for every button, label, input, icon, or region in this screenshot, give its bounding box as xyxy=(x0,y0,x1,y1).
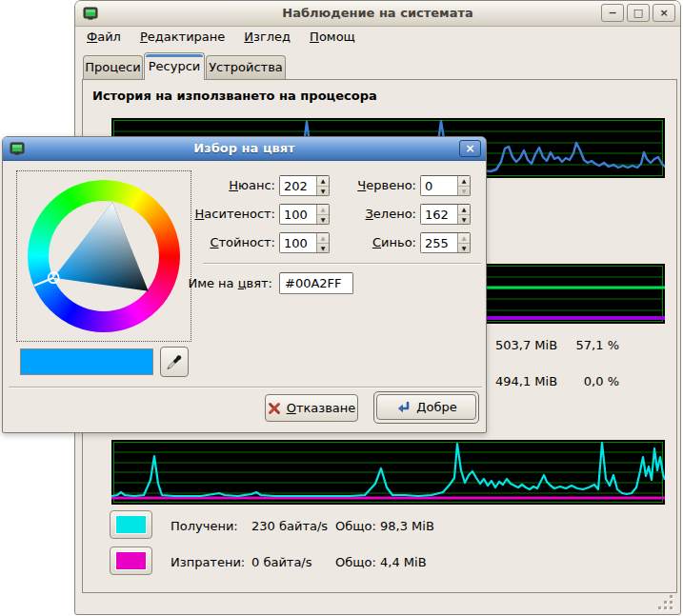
hue-input[interactable] xyxy=(280,176,316,195)
red-spinner[interactable]: ▲▼ xyxy=(420,175,471,196)
hue-label: Нюанс: xyxy=(176,175,275,196)
received-total-label: Общо: xyxy=(335,519,376,534)
value-spinner[interactable]: ▲▼ xyxy=(279,232,330,253)
received-color-button[interactable] xyxy=(110,510,152,539)
network-history-chart xyxy=(111,440,665,505)
green-down-icon[interactable]: ▼ xyxy=(458,215,470,225)
hue-spinner[interactable]: ▲▼ xyxy=(279,175,330,196)
tab-devices[interactable]: Устройства xyxy=(206,55,286,79)
resize-grip[interactable] xyxy=(659,595,673,608)
sent-rate: 0 байта/s xyxy=(251,555,312,570)
saturation-label: Наситеност: xyxy=(176,204,275,225)
saturation-spinner[interactable]: ▲▼ xyxy=(279,204,330,225)
ok-button-label: Добре xyxy=(416,400,456,414)
network-received-line xyxy=(111,443,665,496)
sent-total-label: Общо: xyxy=(335,555,376,570)
close-icon[interactable]: × xyxy=(653,4,675,22)
green-spinner[interactable]: ▲▼ xyxy=(420,204,471,225)
color-picker-dialog: Избор на цвят × Нюанс: xyxy=(2,136,487,433)
cancel-button-label: Отказване xyxy=(287,401,356,415)
dialog-close-icon[interactable]: × xyxy=(459,140,481,157)
value-input[interactable] xyxy=(280,233,316,252)
tab-resources-label: Ресурси xyxy=(149,59,201,73)
blue-input[interactable] xyxy=(421,233,457,252)
received-rate: 230 байта/s xyxy=(251,519,328,534)
received-total: 98,3 MiB xyxy=(380,519,434,534)
eyedropper-button[interactable] xyxy=(160,347,189,377)
sent-color-swatch xyxy=(115,551,147,570)
cpu-section-title: История на използването на процесора xyxy=(92,89,377,103)
red-input[interactable] xyxy=(421,176,457,195)
buttons-separator xyxy=(9,387,482,388)
main-window-title: Наблюдение на системата xyxy=(75,6,680,20)
sent-color-button[interactable] xyxy=(110,546,152,575)
color-name-input[interactable] xyxy=(279,272,353,294)
ok-button-default-ring: Добре xyxy=(373,391,479,424)
eyedropper-icon xyxy=(166,353,183,370)
memory-used-percent: 57,1 % xyxy=(556,338,619,353)
blue-label: Синьо: xyxy=(327,232,416,253)
blue-spinner[interactable]: ▲▼ xyxy=(420,232,471,253)
memory-used-value: 503,7 MiB xyxy=(495,338,557,353)
color-name-label: Име на цвят: xyxy=(142,272,272,294)
red-label: Червено: xyxy=(327,175,416,196)
green-up-icon[interactable]: ▲ xyxy=(458,205,470,215)
color-wheel-area[interactable] xyxy=(16,170,191,342)
fields-separator xyxy=(203,263,481,265)
value-label: Стойност: xyxy=(176,232,275,253)
menu-edit[interactable]: Редактиране xyxy=(134,28,231,49)
ok-enter-icon xyxy=(395,401,411,414)
green-label: Зелено: xyxy=(327,204,416,225)
red-up-icon[interactable]: ▲ xyxy=(458,176,470,187)
cancel-x-icon xyxy=(268,402,281,415)
saturation-input[interactable] xyxy=(280,205,316,224)
swap-used-value: 494,1 MiB xyxy=(495,374,557,389)
ok-button[interactable]: Добре xyxy=(376,394,476,420)
blue-up-icon[interactable]: ▲ xyxy=(458,233,470,244)
color-preview xyxy=(20,348,153,375)
minimize-icon[interactable]: − xyxy=(601,4,624,22)
received-color-swatch xyxy=(115,515,147,534)
sv-triangle[interactable] xyxy=(17,171,191,341)
tab-resources[interactable]: Ресурси xyxy=(144,52,205,80)
red-down-icon[interactable]: ▼ xyxy=(458,187,470,196)
active-tab-stripe xyxy=(146,54,203,57)
menu-file[interactable]: Файл xyxy=(81,28,127,49)
dialog-titlebar[interactable]: Избор на цвят × xyxy=(3,137,486,161)
swap-used-percent: 0,0 % xyxy=(556,374,619,389)
main-window-titlebar[interactable]: Наблюдение на системата − □ × xyxy=(75,1,680,27)
received-label: Получени: xyxy=(171,519,238,534)
tab-processes[interactable]: Процеси xyxy=(83,55,143,79)
menubar: Файл Редактиране Изглед Помощ xyxy=(81,28,361,49)
sent-total: 4,4 MiB xyxy=(380,555,427,570)
maximize-icon[interactable]: □ xyxy=(627,4,650,22)
sent-label: Изпратени: xyxy=(171,555,245,570)
menu-view[interactable]: Изглед xyxy=(238,28,296,49)
dialog-title: Избор на цвят xyxy=(3,141,486,155)
menu-help[interactable]: Помощ xyxy=(304,28,361,49)
blue-down-icon[interactable]: ▼ xyxy=(458,244,470,253)
green-input[interactable] xyxy=(421,205,457,224)
cancel-button[interactable]: Отказване xyxy=(265,394,358,422)
